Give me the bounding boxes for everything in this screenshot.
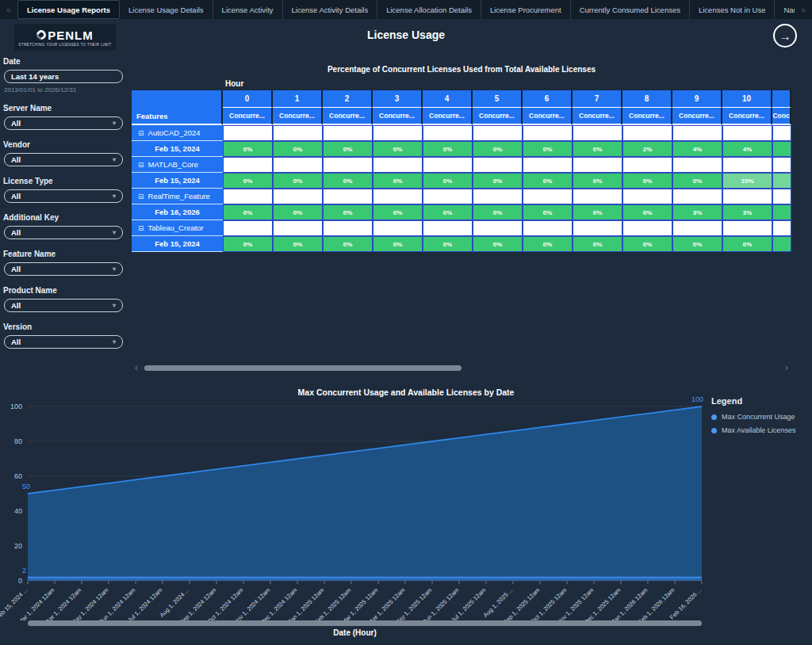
tab-currently-consumed-licenses[interactable]: Currently Consumed Licenses	[570, 0, 689, 19]
filter-server-name: Server NameAll▾	[0, 104, 132, 130]
filter-value: All	[11, 155, 21, 164]
table-cell-empty	[772, 220, 791, 236]
usage-table: Features012345678910Concurre...Concurre.…	[132, 90, 791, 252]
top-bar: PENLM STRETCHING YOUR LICENSES TO THEIR …	[0, 22, 812, 54]
tab-license-activity-details[interactable]: License Activity Details	[282, 0, 377, 19]
usage-cell: 0%	[573, 236, 622, 252]
table-cell-empty	[622, 220, 672, 236]
table-cell-empty	[672, 157, 722, 173]
usage-cell: 10%	[722, 173, 772, 189]
table-cell-empty	[672, 220, 722, 236]
hour-header-7: 7	[573, 90, 622, 108]
tab-license-procurement[interactable]: License Procurement	[481, 0, 570, 19]
table-cell-empty	[223, 189, 273, 204]
filter-select-product-name[interactable]: All▾	[4, 299, 123, 312]
scroll-right-icon[interactable]: ›	[782, 363, 791, 372]
usage-cell: 0%	[273, 141, 323, 157]
feature-group-realtime-feature[interactable]: ⊟RealTime_Feature	[132, 189, 223, 204]
feature-name: Tableau_Creator	[148, 223, 204, 232]
filter-feature-name: Feature NameAll▾	[0, 250, 132, 276]
usage-cell: 0%	[622, 173, 672, 189]
chevron-down-icon: ▾	[113, 193, 116, 200]
tab-license-usage-reports[interactable]: License Usage Reports	[17, 0, 120, 19]
chart-horizontal-scrollbar[interactable]	[28, 620, 702, 626]
chevron-down-icon: ▾	[113, 120, 116, 127]
usage-cell: 0%	[223, 141, 273, 157]
filter-select-additional-key[interactable]: All▾	[4, 226, 123, 239]
usage-cell: 0%	[573, 173, 622, 189]
table-cell-empty	[722, 125, 772, 141]
table-cell-empty	[223, 220, 273, 236]
usage-cell: 0%	[722, 236, 772, 252]
usage-cell: 0%	[622, 204, 672, 220]
hour-header-0: 0	[223, 90, 273, 108]
collapse-icon[interactable]: ⊟	[138, 193, 144, 200]
table-cell-empty	[423, 125, 473, 141]
collapse-icon[interactable]: ⊟	[138, 129, 144, 137]
filter-list: Server NameAll▾VendorAll▾License TypeAll…	[0, 104, 132, 349]
filter-label-feature-name: Feature Name	[3, 250, 132, 258]
collapse-icon[interactable]: ⊟	[138, 161, 144, 169]
tabs-scroll-left-icon[interactable]: «	[0, 0, 17, 19]
filter-value: All	[11, 301, 21, 310]
date-row-matlab-core: Feb 15, 2024	[132, 173, 223, 189]
table-cell-empty	[273, 220, 323, 236]
usage-cell: 0%	[473, 204, 523, 220]
date-row-realtime-feature: Feb 16, 2026	[132, 204, 223, 220]
tab-licenses-not-in-use[interactable]: Licenses Not in Use	[689, 0, 774, 19]
hour-header-2: 2	[323, 90, 373, 108]
filter-value: All	[11, 119, 21, 128]
date-input[interactable]: Last 14 years	[4, 70, 123, 83]
forward-arrow-button[interactable]: →	[773, 24, 797, 48]
table-cell-empty	[423, 157, 473, 173]
table-cell-empty	[473, 189, 523, 204]
table-cell-empty	[373, 157, 423, 173]
concurrent-subheader: Concurre...	[622, 108, 672, 125]
table-cell-empty	[473, 125, 523, 141]
feature-group-matlab-core[interactable]: ⊟MATLAB_Core	[132, 157, 223, 173]
filter-select-server-name[interactable]: All▾	[4, 116, 123, 130]
concurrent-subheader: Concurre...	[223, 108, 273, 125]
usage-cell-partial	[772, 173, 791, 189]
concurrent-subheader: Concurre...	[523, 108, 573, 125]
usage-cell: 0%	[223, 236, 273, 252]
scrollbar-thumb[interactable]	[144, 365, 462, 371]
scrollbar-track[interactable]	[144, 365, 779, 371]
point-label: 2	[22, 567, 26, 574]
feature-name: RealTime_Feature	[148, 192, 210, 200]
tab-license-activity[interactable]: License Activity	[213, 0, 282, 19]
chevron-down-icon: ▾	[113, 156, 116, 163]
filter-version: VersionAll▾	[0, 322, 132, 349]
filter-select-version[interactable]: All▾	[4, 335, 123, 349]
table-cell-empty	[523, 125, 573, 141]
filter-sidebar: Date Last 14 years 2013/01/01 to 2026/12…	[0, 57, 132, 359]
usage-cell: 4%	[722, 141, 772, 157]
scroll-left-icon[interactable]: ‹	[132, 363, 141, 372]
table-cell-empty	[423, 189, 473, 204]
filter-select-feature-name[interactable]: All▾	[4, 262, 123, 276]
legend-item-max-concurrent-usage[interactable]: Max Concurrent Usage	[711, 413, 810, 421]
hour-header-6: 6	[523, 90, 573, 108]
legend-item-max-available-licenses[interactable]: Max Available Licenses	[711, 426, 810, 434]
point-label: 100	[691, 395, 703, 403]
filter-label-additional-key: Additional Key	[3, 213, 132, 222]
concurrent-subheader-partial: Conc	[772, 108, 791, 125]
filter-value: All	[11, 228, 21, 237]
table-cell-empty	[622, 157, 672, 173]
filter-select-license-type[interactable]: All▾	[4, 189, 123, 203]
table-cell-empty	[722, 189, 772, 204]
tab-named-license-analysis[interactable]: Named License Analysis	[774, 0, 795, 19]
tabs-scroll-right-icon[interactable]: »	[795, 0, 812, 19]
feature-group-tableau-creator[interactable]: ⊟Tableau_Creator	[132, 220, 223, 236]
hour-header-9: 9	[672, 90, 722, 108]
concurrent-subheader: Concurre...	[473, 108, 523, 125]
table-cell-empty	[473, 220, 523, 236]
x-axis-title: Date (Hour)	[0, 628, 710, 637]
y-tick-label: 60	[14, 472, 22, 480]
feature-group-autocad-2024[interactable]: ⊟AutoCAD_2024	[132, 125, 223, 141]
tab-license-allocation-details[interactable]: License Allocation Details	[377, 0, 481, 19]
filter-select-vendor[interactable]: All▾	[4, 153, 123, 166]
collapse-icon[interactable]: ⊟	[138, 224, 144, 232]
table-cell-empty	[373, 125, 423, 141]
tab-license-usage-details[interactable]: License Usage Details	[120, 0, 213, 19]
